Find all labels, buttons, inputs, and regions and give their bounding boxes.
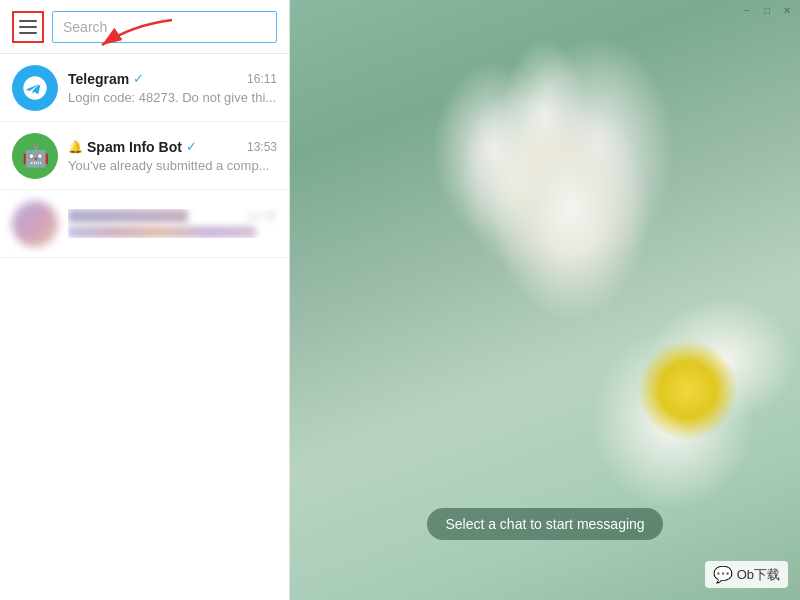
telegram-time: 16:11 [247, 72, 277, 86]
titlebar: − □ ✕ [738, 0, 800, 20]
spambot-name: Spam Info Bot [87, 139, 182, 155]
blurred-top-row: 12:30 [68, 209, 277, 223]
chat-item-spambot[interactable]: 🤖 🔔 Spam Info Bot ✓ 13:53 You've already… [0, 122, 289, 190]
chat-list: Telegram ✓ 16:11 Login code: 48273. Do n… [0, 54, 289, 600]
blurred-chat-content: 12:30 [68, 209, 277, 238]
avatar-blurred [12, 201, 58, 247]
avatar-telegram [12, 65, 58, 111]
watermark-text: Ob下载 [737, 566, 780, 584]
telegram-chat-content: Telegram ✓ 16:11 Login code: 48273. Do n… [68, 71, 277, 105]
spambot-icon: 🔔 [68, 140, 83, 154]
close-button[interactable]: ✕ [778, 3, 796, 17]
spambot-top-row: 🔔 Spam Info Bot ✓ 13:53 [68, 139, 277, 155]
sidebar: Telegram ✓ 16:11 Login code: 48273. Do n… [0, 0, 290, 600]
main-content: Select a chat to start messaging 💬 Ob下载 [290, 0, 800, 600]
blurred-name [68, 209, 188, 223]
spambot-chat-content: 🔔 Spam Info Bot ✓ 13:53 You've already s… [68, 139, 277, 173]
spambot-verified-badge: ✓ [186, 139, 197, 154]
hamburger-line-3 [19, 32, 37, 34]
blurred-time: 12:30 [247, 209, 277, 223]
search-bar [0, 0, 289, 54]
telegram-verified-badge: ✓ [133, 71, 144, 86]
hamburger-line-1 [19, 20, 37, 22]
spambot-time: 13:53 [247, 140, 277, 154]
telegram-preview: Login code: 48273. Do not give thi... [68, 90, 277, 105]
chat-item-telegram[interactable]: Telegram ✓ 16:11 Login code: 48273. Do n… [0, 54, 289, 122]
telegram-name-row: Telegram ✓ [68, 71, 144, 87]
avatar-spambot: 🤖 [12, 133, 58, 179]
hamburger-menu-button[interactable] [12, 11, 44, 43]
app-container: − □ ✕ [0, 0, 800, 600]
search-input[interactable] [52, 11, 277, 43]
spambot-preview: You've already submitted a comp... [68, 158, 277, 173]
hamburger-line-2 [19, 26, 37, 28]
telegram-name: Telegram [68, 71, 129, 87]
background-image: Select a chat to start messaging [290, 0, 800, 600]
watermark: 💬 Ob下载 [705, 561, 788, 588]
maximize-button[interactable]: □ [758, 3, 776, 17]
spambot-name-row: 🔔 Spam Info Bot ✓ [68, 139, 197, 155]
telegram-top-row: Telegram ✓ 16:11 [68, 71, 277, 87]
chat-item-blurred[interactable]: 12:30 [0, 190, 289, 258]
select-chat-message: Select a chat to start messaging [427, 508, 662, 540]
blurred-preview [68, 226, 256, 238]
minimize-button[interactable]: − [738, 3, 756, 17]
wechat-icon: 💬 [713, 565, 733, 584]
